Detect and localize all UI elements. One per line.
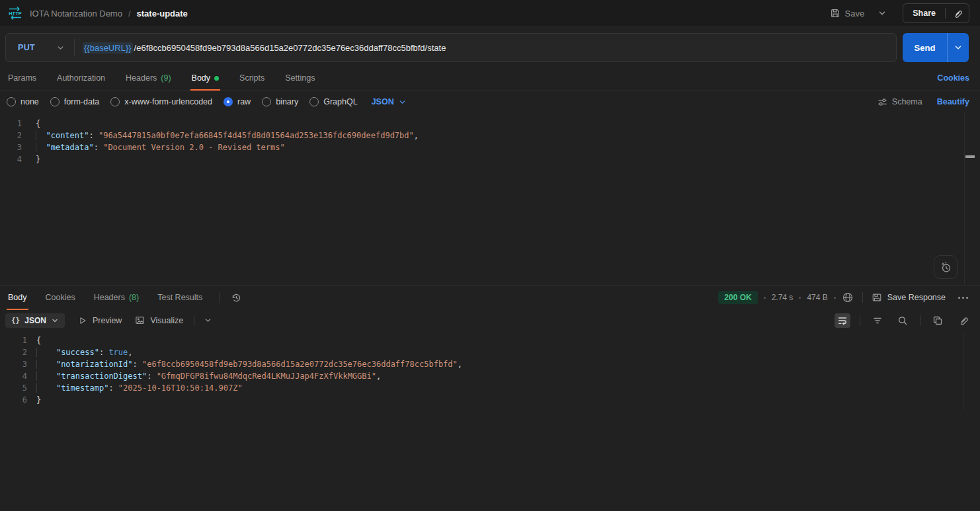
tab-scripts[interactable]: Scripts <box>238 66 266 90</box>
radio-icon <box>309 97 319 106</box>
radio-checked-icon <box>224 97 233 106</box>
send-button-group: Send <box>903 33 969 62</box>
postman-app: HTTP IOTA Notarization Demo / state-upda… <box>0 0 980 511</box>
tab-headers[interactable]: Headers(9) <box>124 66 173 90</box>
line-number: 1 <box>0 118 22 130</box>
schema-button[interactable]: Schema <box>878 97 922 107</box>
search-icon[interactable] <box>895 313 911 328</box>
copy-icon[interactable] <box>930 313 946 328</box>
line-number: 2 <box>0 346 27 358</box>
request-name[interactable]: state-update <box>137 9 188 19</box>
raw-language-select[interactable]: JSON <box>372 97 407 106</box>
code-line[interactable]: 1{ <box>0 118 964 130</box>
radio-icon <box>262 97 271 106</box>
save-response-icon <box>872 292 882 303</box>
top-bar: HTTP IOTA Notarization Demo / state-upda… <box>0 0 980 27</box>
response-tab-cookies[interactable]: Cookies <box>44 286 77 309</box>
filter-icon[interactable] <box>870 313 885 328</box>
code-line[interactable]: 2 "content": "96a5447815a0bf0e7efa66845f… <box>0 130 964 141</box>
postbot-button[interactable] <box>934 255 958 279</box>
response-tabs: Body Cookies Headers(8) Test Results 200… <box>0 286 980 309</box>
more-options-icon[interactable] <box>956 294 971 301</box>
response-action-icons <box>835 313 971 328</box>
meta-divider <box>862 292 863 303</box>
cookies-link[interactable]: Cookies <box>937 73 969 83</box>
response-time[interactable]: 2.74 s <box>772 293 794 302</box>
response-size[interactable]: 474 B <box>807 293 827 302</box>
body-type-binary[interactable]: binary <box>262 97 298 106</box>
icons-divider <box>860 315 860 326</box>
response-format-select[interactable]: {} JSON <box>5 313 65 328</box>
code-line[interactable]: 5 "timestamp": "2025-10-16T10:50:14.907Z… <box>0 382 963 394</box>
tab-authorization[interactable]: Authorization <box>56 66 106 90</box>
url-box: PUT {{baseURL}} /e6f8ccb6950458fd9eb793d… <box>5 33 897 62</box>
toolbar-divider <box>194 315 194 326</box>
line-number: 3 <box>0 358 27 370</box>
code-line[interactable]: 6} <box>0 394 963 406</box>
url-base-variable: {{baseURL}} <box>83 42 133 54</box>
preview-button[interactable]: Preview <box>78 316 122 325</box>
top-actions: Save Share <box>825 3 969 23</box>
wrap-text-icon[interactable] <box>835 313 850 328</box>
response-tab-headers[interactable]: Headers(8) <box>93 286 141 309</box>
body-type-none[interactable]: none <box>7 97 39 106</box>
svg-text:HTTP: HTTP <box>9 11 22 17</box>
send-button[interactable]: Send <box>903 33 947 62</box>
floppy-save-icon <box>830 8 840 19</box>
body-type-x-www-form-urlencoded[interactable]: x-www-form-urlencoded <box>110 97 212 106</box>
response-body-editor[interactable]: 1{2 "success": true,3 "notarizationId": … <box>0 331 963 423</box>
beautify-button[interactable]: Beautify <box>937 97 969 106</box>
save-response-button[interactable]: Save Response <box>872 292 946 303</box>
breadcrumb-separator: / <box>128 9 131 19</box>
send-options-chevron-icon[interactable] <box>947 33 969 62</box>
code-line[interactable]: 1{ <box>0 334 963 346</box>
radio-icon <box>50 97 60 106</box>
line-number: 6 <box>0 394 27 406</box>
request-url-row: PUT {{baseURL}} /e6f8ccb6950458fd9eb793d… <box>5 33 969 62</box>
response-tab-test-results[interactable]: Test Results <box>156 286 204 309</box>
save-label: Save <box>845 9 865 19</box>
response-history-icon[interactable] <box>231 292 242 303</box>
tabs-divider <box>220 292 220 303</box>
scrollbar-marker <box>965 155 975 158</box>
method-chevron-icon <box>56 44 65 52</box>
request-tabs: Params Authorization Headers(9) Body Scr… <box>0 66 980 91</box>
response-tab-body[interactable]: Body <box>7 286 28 309</box>
body-type-raw[interactable]: raw <box>224 97 251 106</box>
response-meta: 200 OK 2.74 s 474 B <box>718 291 971 304</box>
status-badge[interactable]: 200 OK <box>718 291 757 304</box>
tab-params[interactable]: Params <box>7 66 38 90</box>
code-line[interactable]: 4 "transactionDigest": "GfmqDFGP8ifwu84M… <box>0 370 963 382</box>
line-number: 5 <box>0 382 27 394</box>
code-line[interactable]: 4} <box>0 153 964 165</box>
response-editor-scrollbar[interactable] <box>963 333 963 410</box>
code-line[interactable]: 3 "notarizationId": "e6f8ccb6950458fd9eb… <box>0 358 963 370</box>
breadcrumb: HTTP IOTA Notarization Demo / state-upda… <box>7 5 188 21</box>
network-globe-icon[interactable] <box>842 292 854 303</box>
request-body-editor[interactable]: 1{2 "content": "96a5447815a0bf0e7efa6684… <box>0 113 964 284</box>
format-options-chevron-icon[interactable] <box>204 316 212 325</box>
sliders-icon <box>878 97 887 107</box>
collection-name[interactable]: IOTA Notarization Demo <box>30 9 122 19</box>
visualize-button[interactable]: Visualize <box>135 315 183 325</box>
request-editor-scrollbar[interactable] <box>964 113 980 284</box>
tab-body[interactable]: Body <box>190 66 221 90</box>
radio-icon <box>110 97 120 106</box>
copy-link-icon[interactable] <box>946 4 969 22</box>
link-icon[interactable] <box>955 313 971 328</box>
share-button-group: Share <box>903 3 969 23</box>
method-select[interactable]: PUT <box>6 43 74 52</box>
url-input[interactable]: {{baseURL}} /e6f8ccb6950458fd9eb793d8a56… <box>75 42 896 54</box>
code-line[interactable]: 2 "success": true, <box>0 346 963 358</box>
save-options-chevron-icon[interactable] <box>874 5 891 22</box>
body-type-row: none form-data x-www-form-urlencoded raw… <box>0 91 980 112</box>
body-type-graphql[interactable]: GraphQL <box>309 97 357 106</box>
tab-settings[interactable]: Settings <box>284 66 316 90</box>
code-line[interactable]: 3 "metadata": "Document Version 2.0 - Re… <box>0 141 964 153</box>
meta-separator <box>764 297 766 299</box>
save-button[interactable]: Save <box>825 4 870 22</box>
body-type-form-data[interactable]: form-data <box>50 97 100 106</box>
share-button[interactable]: Share <box>903 4 945 22</box>
line-number: 4 <box>0 370 27 382</box>
icons-divider <box>920 315 920 326</box>
